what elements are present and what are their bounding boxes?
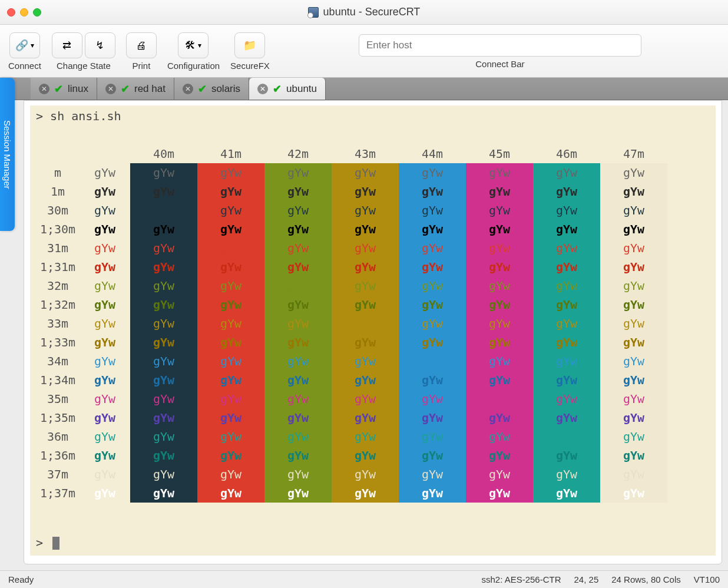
terminal[interactable]: > sh ansi.sh 40m41m42m43m44m45m46m47mmgY… — [30, 105, 716, 556]
close-icon[interactable]: ✕ — [39, 84, 49, 94]
loop-icon: ⇄ — [62, 39, 71, 52]
ansi-cell: gYw — [197, 182, 264, 201]
fg-sample: gYw — [85, 484, 130, 503]
disconnect-button[interactable]: ↯ — [85, 32, 115, 58]
ansi-cell: gYw — [399, 295, 466, 314]
ansi-cell: gYw — [533, 333, 600, 352]
ansi-cell: gYw — [600, 333, 667, 352]
ansi-cell: gYw — [264, 408, 332, 427]
fg-sample: gYw — [85, 163, 130, 182]
session-manager-tab[interactable]: Session Manager — [0, 78, 15, 231]
fg-sample: gYw — [85, 182, 130, 201]
zoom-window-button[interactable] — [33, 8, 41, 16]
ansi-cell: gYw — [533, 371, 600, 389]
close-icon[interactable]: ✕ — [257, 84, 268, 94]
tab-ubuntu[interactable]: ✕✔ubuntu — [249, 78, 326, 100]
fg-sample: gYw — [85, 446, 130, 465]
tab-red-hat[interactable]: ✕✔red hat — [97, 78, 174, 100]
ansi-cell: gYw — [332, 465, 399, 484]
securefx-label: SecureFX — [230, 61, 270, 71]
ansi-cell: gYw — [466, 201, 533, 220]
ansi-cell: gYw — [466, 182, 533, 201]
ansi-cell: gYw — [399, 484, 466, 503]
cursor — [52, 537, 59, 550]
ansi-cell: gYw — [533, 163, 600, 182]
ansi-cell: gYw — [197, 389, 264, 408]
ansi-cell: gYw — [399, 352, 466, 371]
ansi-cell: gYw — [466, 352, 533, 371]
securefx-button[interactable]: 📁 — [234, 32, 265, 58]
print-button[interactable]: 🖨 — [126, 32, 157, 58]
check-icon: ✔ — [54, 82, 63, 95]
ansi-cell: gYw — [130, 352, 197, 371]
print-group: 🖨 Print — [126, 32, 157, 71]
ansi-cell: gYw — [130, 295, 197, 314]
fg-row-label: 30m — [36, 201, 85, 220]
connect-button[interactable]: 🔗 ▾ — [9, 32, 40, 58]
ansi-cell: gYw — [600, 163, 667, 182]
ansi-cell: gYw — [130, 427, 197, 446]
tab-label: linux — [68, 83, 88, 95]
tab-linux[interactable]: ✕✔linux — [31, 78, 97, 100]
ansi-cell: gYw — [197, 408, 264, 427]
ansi-cell: gYw — [600, 408, 667, 427]
ansi-cell: gYw — [332, 427, 399, 446]
ansi-cell: gYw — [399, 371, 466, 389]
fg-row-label: 1;35m — [36, 408, 85, 427]
ansi-cell: gYw — [197, 239, 264, 257]
ansi-cell: gYw — [197, 446, 264, 465]
check-icon: ✔ — [121, 82, 130, 95]
ansi-cell: gYw — [197, 163, 264, 182]
window-controls — [7, 8, 41, 16]
ansi-cell: gYw — [466, 295, 533, 314]
ansi-cell: gYw — [466, 427, 533, 446]
configuration-button[interactable]: 🛠 ▾ — [178, 32, 209, 58]
close-icon[interactable]: ✕ — [183, 84, 193, 94]
unlink-icon: ↯ — [95, 39, 104, 52]
ansi-cell: gYw — [264, 389, 332, 408]
ansi-cell: gYw — [533, 408, 600, 427]
status-ready: Ready — [8, 574, 34, 584]
ansi-cell: gYw — [197, 257, 264, 276]
ansi-cell: gYw — [264, 257, 332, 276]
chevron-down-icon: ▾ — [31, 41, 34, 49]
host-input[interactable] — [359, 34, 641, 57]
ansi-cell: gYw — [197, 295, 264, 314]
reconnect-button[interactable]: ⇄ — [52, 32, 82, 58]
ansi-cell: gYw — [197, 427, 264, 446]
ansi-cell: gYw — [466, 371, 533, 389]
fg-row-label: 1;32m — [36, 295, 85, 314]
ansi-cell: gYw — [130, 257, 197, 276]
securefx-group: 📁 SecureFX — [230, 32, 270, 71]
ansi-cell: gYw — [600, 371, 667, 389]
ansi-cell: gYw — [264, 371, 332, 389]
ansi-cell: gYw — [130, 182, 197, 201]
ansi-cell: gYw — [533, 314, 600, 333]
ansi-cell: gYw — [533, 352, 600, 371]
fg-sample: gYw — [85, 239, 130, 257]
minimize-window-button[interactable] — [20, 8, 28, 16]
fg-row-label: 1;30m — [36, 220, 85, 239]
prompt-line: > — [36, 536, 59, 550]
ansi-cell: gYw — [399, 257, 466, 276]
ansi-cell: gYw — [466, 389, 533, 408]
fg-row-label: 31m — [36, 239, 85, 257]
chevron-down-icon: ▾ — [198, 41, 201, 49]
fg-row-label: 1;37m — [36, 484, 85, 503]
ansi-cell: gYw — [399, 333, 466, 352]
connect-group: 🔗 ▾ Connect — [8, 32, 41, 71]
ansi-cell: gYw — [533, 389, 600, 408]
tab-solaris[interactable]: ✕✔solaris — [174, 78, 249, 100]
close-icon[interactable]: ✕ — [105, 84, 116, 94]
ansi-cell: gYw — [130, 446, 197, 465]
prompt-symbol: > — [36, 536, 43, 550]
ansi-cell: gYw — [197, 220, 264, 239]
ansi-cell: gYw — [130, 201, 197, 220]
ansi-cell: gYw — [332, 408, 399, 427]
ansi-cell: gYw — [466, 276, 533, 295]
fg-row-label: 32m — [36, 276, 85, 295]
ansi-cell: gYw — [466, 465, 533, 484]
fg-row-label: 34m — [36, 352, 85, 371]
ansi-cell: gYw — [197, 201, 264, 220]
close-window-button[interactable] — [7, 8, 15, 16]
